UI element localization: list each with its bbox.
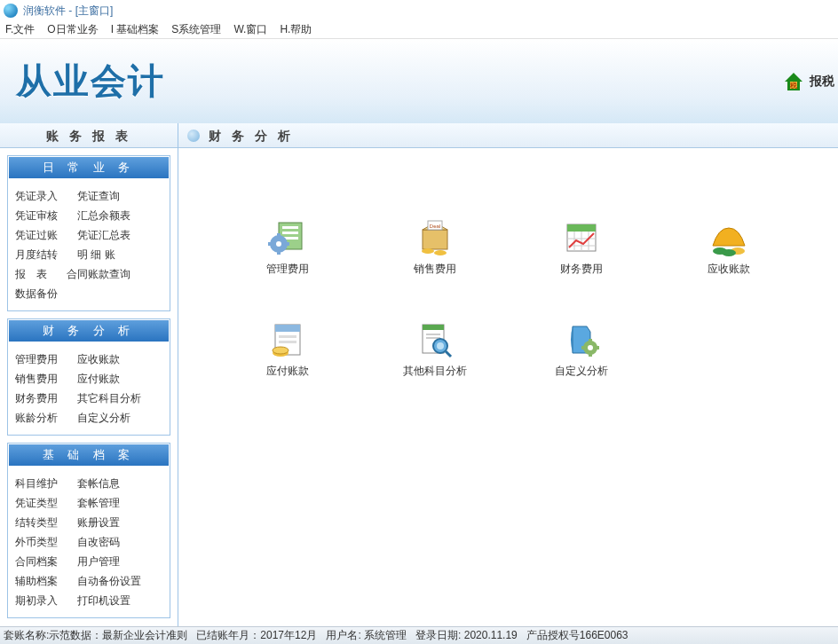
icon-other-subject[interactable]: 其他科目分析	[361, 321, 509, 379]
status-account: 套账名称:示范数据：最新企业会计准则	[4, 628, 187, 643]
menu-base[interactable]: I 基础档案	[111, 22, 160, 37]
link-voucher-entry[interactable]: 凭证录入	[15, 188, 58, 204]
svg-rect-47	[596, 346, 599, 349]
svg-rect-9	[277, 233, 281, 239]
file-money-icon	[266, 321, 309, 358]
icon-sales-expense[interactable]: Deal 销售费用	[361, 219, 509, 277]
svg-rect-5	[282, 232, 298, 234]
svg-rect-32	[279, 341, 296, 343]
icon-custom-analysis[interactable]: 自定义分析	[509, 321, 656, 379]
icon-label: 应收账款	[708, 262, 750, 277]
icon-label: 其他科目分析	[403, 364, 467, 379]
link-contract-file[interactable]: 合同档案	[15, 554, 58, 569]
link-month-close[interactable]: 月度结转	[15, 247, 58, 263]
link-summary-balance[interactable]: 汇总余额表	[77, 208, 130, 224]
icon-label: 销售费用	[414, 262, 456, 277]
icon-admin-expense[interactable]: 管理费用	[214, 219, 361, 277]
menu-window[interactable]: W.窗口	[233, 22, 267, 37]
app-icon	[4, 4, 18, 18]
header-dot-icon	[187, 130, 200, 142]
menu-bar: F.文件 O日常业务 I 基础档案 S系统管理 W.窗口 H.帮助	[0, 21, 838, 39]
svg-text:税: 税	[789, 82, 798, 90]
panel-daily-body: 凭证录入凭证查询 凭证审核汇总余额表 凭证过账凭证汇总表 月度结转明 细 账 报…	[8, 179, 170, 310]
status-license: 产品授权号166E0063	[526, 628, 628, 643]
status-period: 已结账年月：2017年12月	[196, 628, 317, 643]
link-change-password[interactable]: 自改密码	[77, 534, 120, 550]
menu-file[interactable]: F.文件	[5, 22, 35, 37]
window-title: 润衡软件 - [主窗口]	[23, 4, 113, 19]
link-voucher-audit[interactable]: 凭证审核	[15, 208, 58, 224]
link-other-subject[interactable]: 其它科目分析	[77, 390, 141, 406]
panel-base: 基 础 档 案 科目维护套帐信息 凭证类型套帐管理 结转类型账册设置 外币类型自…	[7, 443, 170, 618]
link-payable[interactable]: 应付账款	[77, 371, 120, 387]
icon-label: 应付账款	[266, 364, 309, 379]
link-currency-type[interactable]: 外币类型	[15, 534, 58, 550]
brand-tax-link[interactable]: 税 报税	[783, 71, 834, 92]
svg-point-43	[588, 345, 593, 350]
menu-daily[interactable]: O日常业务	[47, 22, 98, 37]
menu-system[interactable]: S系统管理	[171, 22, 221, 37]
link-sales-expense[interactable]: 销售费用	[15, 371, 58, 387]
panel-analysis: 财 务 分 析 管理费用应收账款 销售费用应付账款 财务费用其它科目分析 账龄分…	[7, 318, 170, 436]
link-voucher-post[interactable]: 凭证过账	[15, 227, 58, 243]
link-book-info[interactable]: 套帐信息	[77, 475, 120, 491]
link-user-manage[interactable]: 用户管理	[77, 554, 120, 569]
icon-label: 管理费用	[266, 262, 309, 277]
svg-point-8	[276, 241, 281, 247]
link-data-backup[interactable]: 数据备份	[15, 286, 58, 302]
link-detail-ledger[interactable]: 明 细 账	[77, 247, 115, 263]
deal-package-icon: Deal	[414, 219, 456, 256]
link-voucher-query[interactable]: 凭证查询	[77, 188, 120, 204]
status-bar: 套账名称:示范数据：最新企业会计准则 已结账年月：2017年12月 用户名: 系…	[0, 626, 838, 644]
link-subject-maintain[interactable]: 科目维护	[15, 475, 58, 491]
content-title: 财 务 分 析	[209, 123, 294, 148]
svg-rect-12	[284, 242, 289, 246]
link-finance-expense[interactable]: 财务费用	[15, 390, 58, 406]
link-ledger-setting[interactable]: 账册设置	[77, 514, 120, 530]
calendar-sheet-icon	[560, 219, 603, 256]
link-receivable[interactable]: 应收账款	[77, 351, 120, 367]
svg-rect-11	[268, 242, 273, 246]
svg-point-17	[422, 248, 434, 254]
svg-point-28	[722, 249, 736, 256]
brand-title: 从业会计	[16, 57, 165, 106]
link-book-manage[interactable]: 套帐管理	[77, 495, 120, 511]
svg-point-18	[434, 250, 447, 255]
link-printer-setting[interactable]: 打印机设置	[77, 593, 130, 609]
svg-point-34	[273, 347, 289, 354]
icon-payable[interactable]: 应付账款	[214, 321, 361, 379]
link-contract-query[interactable]: 合同账款查询	[67, 266, 130, 282]
link-admin-expense[interactable]: 管理费用	[15, 351, 58, 367]
svg-line-41	[446, 351, 451, 357]
link-initial-entry[interactable]: 期初录入	[15, 593, 58, 609]
svg-rect-13	[423, 230, 447, 249]
menu-help[interactable]: H.帮助	[280, 22, 312, 37]
coins-amber-icon	[708, 219, 750, 256]
link-aux-file[interactable]: 辅助档案	[15, 573, 58, 589]
sidebar: 账 务 报 表 日 常 业 务 凭证录入凭证查询 凭证审核汇总余额表 凭证过账凭…	[0, 123, 178, 626]
svg-rect-10	[277, 249, 281, 255]
link-voucher-summary[interactable]: 凭证汇总表	[77, 227, 130, 243]
link-carryover-type[interactable]: 结转类型	[15, 514, 58, 530]
icon-finance-expense[interactable]: 财务费用	[509, 219, 656, 277]
panel-analysis-head: 财 务 分 析	[8, 319, 170, 342]
icon-label: 财务费用	[560, 262, 603, 277]
link-aging[interactable]: 账龄分析	[15, 410, 58, 426]
svg-rect-46	[581, 346, 585, 349]
link-auto-backup[interactable]: 自动备份设置	[77, 573, 141, 589]
link-voucher-type[interactable]: 凭证类型	[15, 495, 58, 511]
tax-icon: 税	[783, 71, 804, 92]
panel-daily: 日 常 业 务 凭证录入凭证查询 凭证审核汇总余额表 凭证过账凭证汇总表 月度结…	[7, 155, 170, 311]
svg-rect-45	[589, 353, 592, 357]
brand-tax-label: 报税	[810, 74, 834, 90]
svg-rect-4	[282, 226, 298, 229]
link-custom-analysis[interactable]: 自定义分析	[77, 410, 130, 426]
gear-sheet-icon	[266, 219, 309, 256]
svg-rect-36	[423, 325, 444, 330]
title-bar: 润衡软件 - [主窗口]	[0, 0, 838, 21]
content-header: 财 务 分 析	[178, 123, 838, 148]
icon-receivable[interactable]: 应收账款	[655, 219, 802, 277]
svg-rect-20	[567, 224, 596, 232]
link-report[interactable]: 报 表	[15, 266, 47, 282]
svg-rect-37	[426, 334, 440, 335]
